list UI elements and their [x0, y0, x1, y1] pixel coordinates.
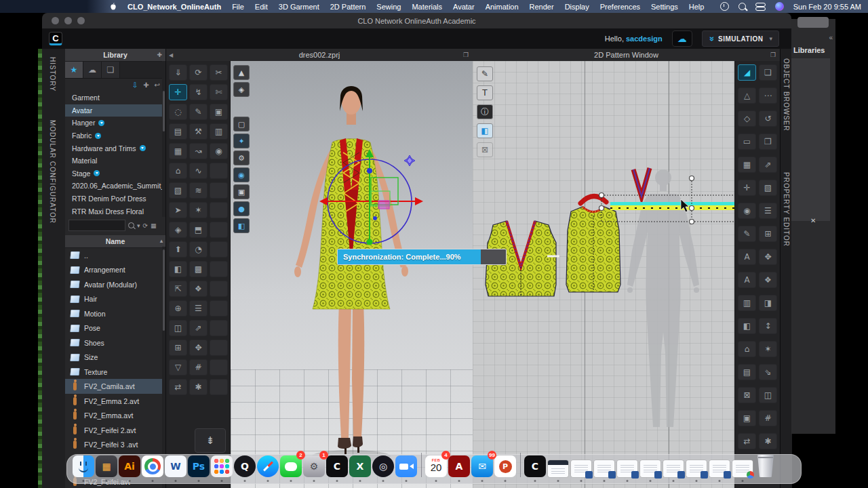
messages[interactable]: 2 [280, 454, 302, 477]
tool-icon[interactable]: ⟳ [189, 64, 208, 81]
tool-icon[interactable]: ◧ [738, 318, 756, 334]
library-item[interactable]: 2020.06_Academic_Summit_Tra [65, 180, 165, 192]
menu-item[interactable]: Preferences [600, 3, 640, 11]
tool-icon[interactable]: ✛ [169, 84, 187, 100]
tool-icon[interactable]: ▭ [738, 134, 756, 150]
download-icon[interactable]: ⇩ [132, 81, 138, 89]
tool-icon[interactable]: ↯ [189, 84, 208, 100]
sort-icon[interactable]: ▴ [160, 238, 163, 244]
library-item[interactable]: Fabric [65, 129, 165, 142]
acrobat[interactable]: A [448, 454, 470, 477]
close-icon[interactable]: ✕ [810, 217, 816, 224]
tool-icon[interactable]: ⊠ [738, 387, 756, 403]
calculator[interactable]: ▦ [96, 454, 117, 477]
active-app-name[interactable]: CLO_Network_OnlineAuth [127, 3, 221, 11]
tool-icon[interactable] [210, 261, 228, 277]
tool-icon[interactable]: ⇗ [759, 157, 777, 173]
name-column-header[interactable]: Name ▴ [65, 235, 165, 248]
tool-icon[interactable]: A [738, 249, 756, 265]
tool-icon[interactable]: ◫ [759, 387, 777, 403]
file-item[interactable]: FV2_Emma 2.avt [65, 394, 165, 409]
tab-modular-configurator[interactable]: MODULAR CONFIGURATOR [49, 120, 56, 224]
menu-item[interactable]: Render [530, 3, 554, 11]
tool-icon[interactable]: ❐ [759, 134, 777, 150]
tool-icon[interactable]: ↺ [759, 110, 777, 127]
tool-icon[interactable]: ⇱ [169, 281, 187, 297]
control-center-icon[interactable] [755, 2, 766, 11]
view-option-icon[interactable]: ◧ [233, 218, 250, 233]
tool-icon[interactable]: ⊠ [477, 142, 493, 157]
mail[interactable]: ✉ 99 [471, 454, 493, 477]
tool-icon[interactable]: T [477, 85, 493, 100]
file-item[interactable]: Shoes [65, 336, 165, 350]
search-options-caret[interactable]: ▾ [137, 222, 140, 229]
powerpoint[interactable]: P [494, 454, 516, 477]
tool-icon[interactable] [210, 379, 228, 395]
trash[interactable] [755, 454, 776, 477]
refresh-icon[interactable]: ⟳ [143, 222, 149, 229]
tool-icon[interactable]: ▧ [169, 182, 187, 199]
tool-icon[interactable]: ◔ [189, 241, 208, 258]
tool-icon[interactable]: ☰ [759, 203, 777, 219]
tool-icon[interactable]: ⬆ [169, 241, 187, 258]
tool-icon[interactable]: ◧ [477, 123, 493, 138]
view-option-icon[interactable]: ✦ [233, 134, 250, 148]
menu-item[interactable]: Animation [486, 3, 519, 11]
view-option-icon[interactable]: ◉ [233, 167, 250, 182]
tool-icon[interactable] [210, 182, 228, 199]
tool-icon[interactable]: ✄ [210, 84, 228, 100]
library-header[interactable]: Library ✚ [65, 49, 165, 62]
tool-icon[interactable]: A [738, 272, 756, 288]
tool-icon[interactable]: ↕ [759, 318, 777, 334]
tool-icon[interactable]: ✛ [738, 180, 756, 196]
tool-icon[interactable]: ◌ [169, 104, 187, 120]
tool-icon[interactable]: ⌂ [169, 163, 187, 179]
menu-item[interactable]: Display [565, 3, 589, 11]
tool-icon[interactable]: ▣ [738, 410, 756, 426]
tab-favorites[interactable]: ★ [65, 62, 83, 78]
tool-icon[interactable]: ❏ [759, 64, 777, 81]
3d-window-title-bar[interactable]: ◀ dres002.zprj ❐ [166, 49, 473, 62]
tool-icon[interactable]: ▦ [738, 157, 756, 173]
grid-view-icon[interactable]: ▦ [151, 222, 157, 229]
tool-icon[interactable]: ⊞ [759, 226, 777, 242]
word[interactable]: W [165, 454, 186, 477]
library-item[interactable]: Hardware and Trims [65, 142, 165, 155]
library-item[interactable]: Material [65, 155, 165, 167]
file-item[interactable]: Arrangement [65, 262, 165, 277]
menu-item[interactable]: 3D Garment [279, 3, 319, 11]
tab-cloud[interactable]: ☁ [83, 62, 102, 78]
library-add-icon[interactable]: ✚ [157, 52, 162, 58]
file-item[interactable]: Avatar (Modular) [65, 277, 165, 292]
menu-item[interactable]: Avatar [453, 3, 475, 11]
tool-icon[interactable]: ▩ [189, 261, 208, 277]
tool-icon[interactable]: ⇓ [169, 64, 187, 81]
excel[interactable]: X [349, 454, 371, 477]
2d-window-title-bar[interactable]: 2D Pattern Window ❐ [473, 49, 780, 62]
calendar[interactable]: FEB 20 4 [425, 454, 447, 477]
tool-icon[interactable] [210, 320, 228, 336]
tool-icon[interactable]: ◇ [738, 110, 756, 127]
tool-icon[interactable] [210, 300, 228, 317]
fit-to-window-button[interactable]: ⇟ [195, 428, 226, 453]
tool-icon[interactable]: ➤ [169, 202, 187, 218]
view-option-icon[interactable]: ▣ [233, 184, 250, 199]
view-option-icon[interactable]: ● [233, 201, 250, 216]
tool-icon[interactable]: ◢ [738, 64, 756, 81]
file-item[interactable]: Size [65, 350, 165, 365]
window-thumbnail[interactable] [686, 454, 707, 477]
tool-icon[interactable]: # [759, 410, 777, 426]
cloud-sync-button[interactable]: ☁ [672, 30, 692, 47]
tool-icon[interactable]: ❖ [759, 272, 777, 288]
tool-icon[interactable]: ⚒ [189, 123, 208, 140]
library-scrollbar[interactable] [162, 61, 165, 217]
popout-icon[interactable]: ❐ [770, 52, 776, 58]
library-search-input[interactable] [68, 220, 125, 231]
tool-icon[interactable]: ❖ [189, 281, 208, 297]
tool-icon[interactable]: ▤ [169, 123, 187, 140]
add-icon[interactable]: ✚ [143, 81, 149, 89]
simulation-button[interactable]: « SIMULATION ▾ [702, 30, 779, 47]
background-window[interactable]: « Libraries ✕ [791, 19, 835, 434]
file-item[interactable]: Motion [65, 306, 165, 321]
tool-icon[interactable]: ✥ [759, 249, 777, 265]
